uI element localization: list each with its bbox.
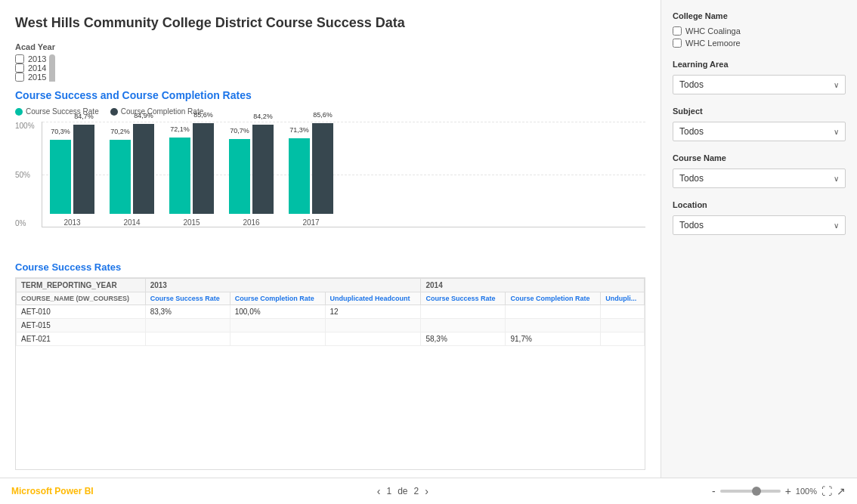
year-label-2013: 2013 (63, 218, 80, 227)
college-name-group: College Name WHC Coalinga WHC Lemoore (673, 11, 846, 48)
location-value: Todos (679, 220, 704, 230)
course-aet021: AET-021 (17, 332, 146, 346)
year-2013-checkbox[interactable] (15, 54, 24, 63)
year-2014-checkbox[interactable] (15, 63, 24, 73)
bar-2013-completion-label: 84,7% (74, 113, 94, 120)
completion-2013-aet010: 100,0% (230, 305, 325, 319)
table-wrapper[interactable]: TERM_REPORTING_YEAR 2013 2014 COURSE_NAM… (15, 277, 645, 470)
th-headcount-2014: Undupli... (601, 292, 645, 305)
pagination: ‹ 1 de 2 › (377, 485, 428, 497)
chart-title: Course Success and Course Completion Rat… (15, 89, 645, 101)
bar-2013-completion: 84,7% (73, 125, 94, 214)
gridline-top (42, 122, 645, 122)
year-2015-checkbox[interactable] (15, 73, 24, 82)
whc-coalinga-item[interactable]: WHC Coalinga (673, 26, 846, 36)
bar-2017-completion: 85,6% (312, 123, 333, 214)
bar-group-2016: 70,7% 84,2% 2016 (229, 125, 274, 227)
learning-area-dropdown[interactable]: Todos ∨ (673, 75, 846, 94)
bar-2014-success: 70,2% (110, 140, 131, 214)
table-header-row1: TERM_REPORTING_YEAR 2013 2014 (17, 279, 645, 292)
course-table: TERM_REPORTING_YEAR 2013 2014 COURSE_NAM… (16, 278, 645, 346)
zoom-minus-button[interactable]: - (712, 485, 716, 497)
location-group: Location Todos ∨ (673, 200, 846, 235)
chart-y-labels: 100% 50% 0% (15, 122, 38, 227)
legend-completion: Course Completion Rate (110, 107, 204, 116)
bar-2016-completion-label: 84,2% (253, 113, 273, 120)
bar-2014-completion: 84,9% (133, 124, 154, 214)
fullscreen-icon[interactable]: ⛶ (821, 485, 832, 497)
chart-section: Course Success and Course Completion Rat… (15, 89, 645, 250)
legend-completion-dot (110, 108, 118, 116)
year-2014-label: 2014 (28, 63, 46, 73)
th-success-2013: Course Success Rate (145, 292, 230, 305)
bottom-bar: Microsoft Power BI ‹ 1 de 2 › - + 100% ⛶… (0, 478, 857, 504)
th-course-name: COURSE_NAME (DW_COURSES) (17, 292, 146, 305)
zoom-percent: 100% (796, 487, 817, 496)
bar-2015-success: 72,1% (169, 138, 190, 214)
content-area: West Hills Community College District Co… (0, 0, 661, 478)
success-2013-aet021 (145, 332, 230, 346)
y-label-0: 0% (15, 219, 38, 227)
th-course-year: TERM_REPORTING_YEAR (17, 279, 146, 292)
headcount-2013-aet021 (325, 332, 421, 346)
export-icon[interactable]: ↗ (837, 485, 846, 497)
year-label-2015: 2015 (183, 218, 200, 227)
y-label-50: 50% (15, 171, 38, 179)
zoom-slider[interactable] (720, 490, 781, 493)
zoom-handle[interactable] (752, 487, 761, 496)
bar-2015-completion-label: 85,6% (193, 111, 213, 119)
year-label-2017: 2017 (302, 218, 319, 227)
success-2013-aet010: 83,3% (145, 305, 230, 319)
college-checkboxes: WHC Coalinga WHC Lemoore (673, 26, 846, 48)
th-success-2014: Course Success Rate (421, 292, 506, 305)
course-name-value: Todos (679, 173, 704, 184)
year-label-2016: 2016 (243, 218, 259, 227)
table-header-row2: COURSE_NAME (DW_COURSES) Course Success … (17, 292, 645, 305)
learning-area-group: Learning Area Todos ∨ (673, 60, 846, 94)
year-2015-label: 2015 (28, 73, 46, 82)
location-chevron-icon: ∨ (834, 221, 839, 230)
table-row: AET-021 58,3% 91,7% (17, 332, 645, 346)
bars-2013: 70,3% 84,7% (50, 125, 94, 214)
whc-coalinga-checkbox[interactable] (673, 26, 682, 36)
th-2013: 2013 (145, 279, 421, 292)
acad-year-filter: Acad Year 2013 2014 2015 (15, 42, 55, 82)
year-scrollbar[interactable] (49, 54, 55, 82)
th-completion-2014: Course Completion Rate (506, 292, 601, 305)
subject-dropdown[interactable]: Todos ∨ (673, 122, 846, 141)
bar-group-2014: 70,2% 84,9% 2014 (110, 124, 154, 227)
completion-2013-aet021 (230, 332, 325, 346)
bar-2016-completion: 84,2% (252, 125, 274, 214)
prev-page-button[interactable]: ‹ (377, 485, 381, 497)
bar-2015-completion: 85,6% (193, 123, 214, 214)
whc-lemoore-item[interactable]: WHC Lemoore (673, 39, 846, 48)
course-name-group: Course Name Todos ∨ (673, 153, 846, 188)
completion-2014-aet021: 91,7% (506, 332, 601, 346)
year-2013-label: 2013 (28, 54, 46, 63)
next-page-button[interactable]: › (425, 485, 428, 497)
powerbi-link[interactable]: Microsoft Power BI (11, 486, 94, 496)
location-label: Location (673, 200, 846, 209)
course-name-dropdown[interactable]: Todos ∨ (673, 169, 846, 188)
zoom-plus-button[interactable]: + (785, 485, 791, 497)
subject-value: Todos (679, 126, 704, 137)
bar-2013-success: 70,3% (50, 140, 71, 214)
whc-lemoore-checkbox[interactable] (673, 39, 682, 48)
bar-2017-completion-label: 85,6% (313, 111, 333, 119)
success-2014-aet010 (421, 305, 506, 319)
bar-2017-success-label: 71,3% (289, 126, 309, 134)
table-row: AET-010 83,3% 100,0% 12 (17, 305, 645, 319)
top-filters: Acad Year 2013 2014 2015 (15, 42, 645, 82)
location-dropdown[interactable]: Todos ∨ (673, 215, 846, 235)
subject-label: Subject (673, 107, 846, 116)
chart-area: 100% 50% 0% 70,3% (15, 122, 645, 250)
learning-area-chevron-icon: ∨ (834, 81, 839, 89)
bar-2014-completion-label: 84,9% (134, 112, 153, 119)
bar-group-2013: 70,3% 84,7% 2013 (50, 125, 94, 227)
bar-2013-success-label: 70,3% (51, 128, 70, 135)
legend-completion-label: Course Completion Rate (121, 107, 204, 116)
bars-2017: 71,3% 85,6% (289, 123, 333, 214)
bar-2016-success-label: 70,7% (230, 127, 249, 135)
whc-lemoore-label: WHC Lemoore (685, 39, 741, 48)
table-body: AET-010 83,3% 100,0% 12 AET-015 (17, 305, 645, 346)
